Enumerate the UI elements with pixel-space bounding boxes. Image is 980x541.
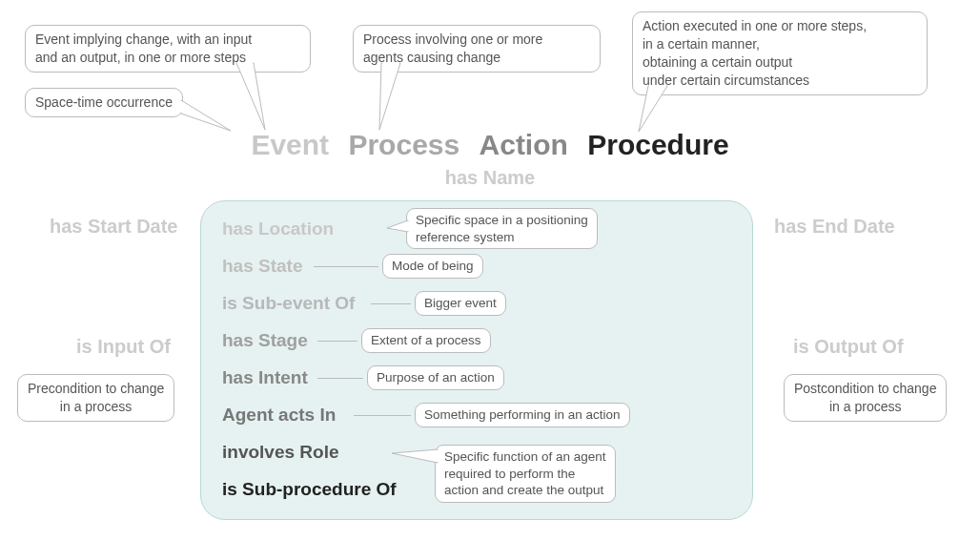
conn-intent — [317, 378, 363, 379]
def-subevent: Bigger event — [415, 291, 506, 316]
conn-stage — [317, 341, 357, 342]
prop-role: involves Role — [222, 442, 339, 463]
def-intent: Purpose of an action — [367, 365, 504, 390]
tail-process — [372, 63, 429, 135]
label-input-of: is Input Of — [76, 336, 171, 358]
def-stage: Extent of a process — [361, 328, 491, 353]
bubble-procedure-def: Action executed in one or more steps,in … — [632, 11, 928, 95]
bubble-output-def: Postcondition to changein a process — [784, 374, 947, 422]
bubble-input-def: Precondition to changein a process — [17, 374, 174, 422]
prop-intent: has Intent — [222, 367, 308, 388]
text: Purpose of an action — [377, 370, 495, 385]
title-process: Process — [348, 129, 459, 160]
conn-state — [314, 266, 378, 267]
def-location: Specific space in a positioningreference… — [406, 208, 598, 249]
text: Process involving one or moreagents caus… — [363, 31, 542, 65]
text: Bigger event — [424, 296, 497, 310]
tail-location — [387, 220, 408, 234]
text: Mode of being — [392, 259, 474, 273]
label-start-date: has Start Date — [50, 216, 178, 238]
tail-role — [392, 447, 438, 465]
text: Event implying change, with an inputand … — [35, 31, 252, 65]
def-agent: Something performing in an action — [415, 403, 630, 427]
prop-subproc: is Sub-procedure Of — [222, 479, 397, 500]
bubble-process-def: Process involving one or moreagents caus… — [353, 25, 601, 73]
def-state: Mode of being — [382, 254, 483, 279]
label-end-date: has End Date — [774, 216, 895, 238]
conn-subevent — [371, 303, 411, 304]
prop-subevent: is Sub-event Of — [222, 293, 355, 314]
text: Specific function of an agentrequired to… — [444, 449, 606, 497]
prop-stage: has Stage — [222, 330, 308, 351]
label-output-of: is Output Of — [793, 336, 904, 358]
properties-panel: has Location has State is Sub-event Of h… — [200, 200, 753, 520]
text: Postcondition to changein a process — [794, 381, 936, 414]
prop-location: has Location — [222, 218, 334, 239]
bubble-spacetime: Space-time occurrence — [25, 88, 183, 117]
text: Something performing in an action — [424, 407, 621, 422]
has-name: has Name — [0, 167, 980, 189]
prop-state: has State — [222, 256, 302, 277]
text: Space-time occurrence — [35, 94, 173, 110]
text: Precondition to changein a process — [28, 381, 164, 414]
conn-agent — [354, 415, 411, 416]
prop-agent: Agent acts In — [222, 405, 336, 426]
tail-event — [236, 63, 284, 135]
title-row: Event Process Action Procedure — [0, 129, 980, 161]
def-role: Specific function of an agentrequired to… — [435, 445, 616, 503]
title-event: Event — [251, 129, 329, 160]
text: Extent of a process — [371, 333, 481, 347]
text: Action executed in one or more steps,in … — [643, 18, 867, 88]
title-procedure: Procedure — [587, 129, 728, 160]
title-action: Action — [480, 129, 568, 160]
text: Specific space in a positioningreference… — [416, 213, 588, 244]
bubble-event-def: Event implying change, with an inputand … — [25, 25, 311, 73]
